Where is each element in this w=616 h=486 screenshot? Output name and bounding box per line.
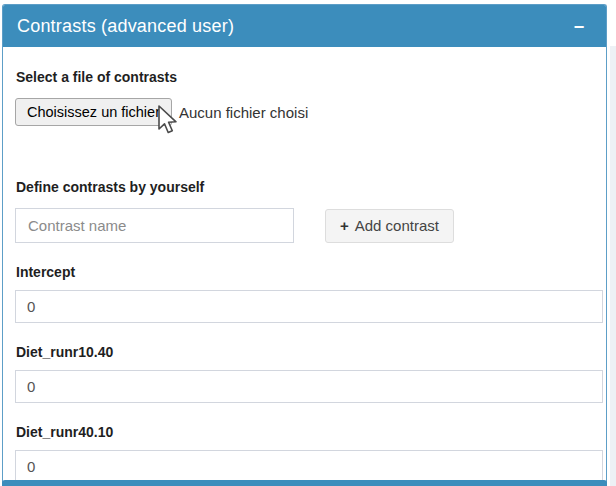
plus-icon: + bbox=[340, 218, 349, 233]
contrasts-panel: Contrasts (advanced user) − Select a fil… bbox=[2, 4, 607, 486]
contrast-field-diet-runr10-40: Diet_runr10.40 bbox=[15, 344, 595, 403]
contrast-field-label: Intercept bbox=[16, 264, 595, 280]
file-input-row: Choisissez un fichier Aucun fichier choi… bbox=[15, 98, 595, 126]
contrast-field-intercept: Intercept bbox=[15, 264, 595, 323]
contrast-field-label: Diet_runr40.10 bbox=[16, 424, 595, 440]
add-contrast-button[interactable]: + Add contrast bbox=[325, 209, 454, 243]
define-section-label: Define contrasts by yourself bbox=[16, 179, 595, 195]
contrast-value-input[interactable] bbox=[15, 290, 603, 323]
file-status-text: Aucun fichier choisi bbox=[179, 104, 308, 121]
define-contrast-row: + Add contrast bbox=[15, 208, 595, 243]
next-panel-header-edge[interactable] bbox=[2, 480, 607, 486]
contrast-value-input[interactable] bbox=[15, 450, 603, 483]
file-section-label: Select a file of contrasts bbox=[16, 69, 595, 85]
collapse-icon[interactable]: − bbox=[568, 16, 590, 37]
contrast-field-diet-runr40-10: Diet_runr40.10 bbox=[15, 424, 595, 483]
contrast-field-label: Diet_runr10.40 bbox=[16, 344, 595, 360]
add-contrast-button-label: Add contrast bbox=[355, 217, 439, 234]
contrast-value-input[interactable] bbox=[15, 370, 603, 403]
contrasts-panel-header[interactable]: Contrasts (advanced user) − bbox=[3, 5, 606, 47]
choose-file-button[interactable]: Choisissez un fichier bbox=[15, 98, 172, 126]
contrast-name-input[interactable] bbox=[15, 208, 294, 243]
panel-title: Contrasts (advanced user) bbox=[17, 16, 568, 37]
page-background-strip bbox=[610, 46, 616, 486]
contrasts-panel-body: Select a file of contrasts Choisissez un… bbox=[3, 47, 606, 483]
